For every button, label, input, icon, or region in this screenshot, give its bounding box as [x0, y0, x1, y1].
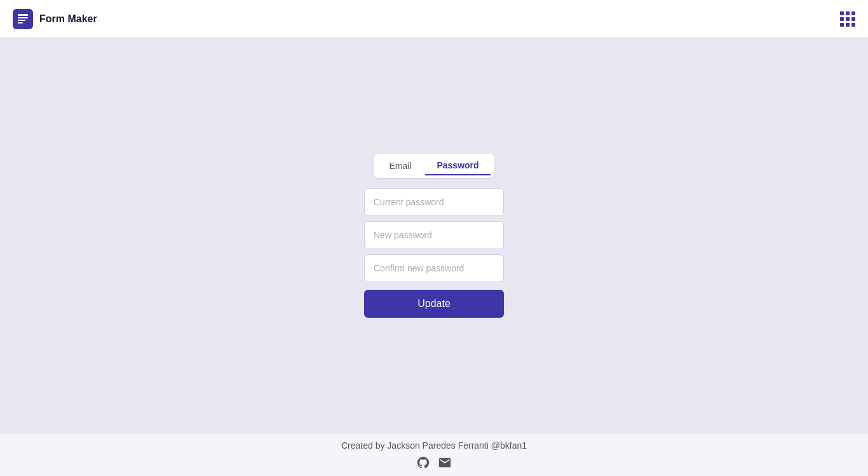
footer-social-icons: [416, 456, 452, 470]
tab-email[interactable]: Email: [377, 157, 423, 175]
grid-menu-icon[interactable]: [840, 11, 855, 27]
confirm-password-input[interactable]: [364, 254, 504, 282]
password-form: Update: [364, 188, 504, 318]
main-content: Email Password Update: [0, 38, 868, 433]
update-button[interactable]: Update: [364, 290, 504, 318]
tab-bar: Email Password: [374, 154, 494, 178]
email-link[interactable]: [438, 456, 452, 470]
svg-rect-2: [18, 20, 25, 21]
footer-credit: Created by Jackson Paredes Ferranti @bkf…: [341, 440, 527, 451]
app-title: Form Maker: [39, 13, 97, 25]
page-footer: Created by Jackson Paredes Ferranti @bkf…: [0, 433, 868, 476]
svg-rect-1: [18, 17, 28, 18]
app-header: Form Maker: [0, 0, 868, 38]
form-container: Email Password Update: [364, 154, 504, 318]
svg-rect-0: [18, 14, 28, 16]
tab-password[interactable]: Password: [425, 156, 490, 175]
logo-icon: [13, 9, 33, 29]
current-password-input[interactable]: [364, 188, 504, 216]
svg-rect-3: [18, 22, 23, 24]
github-link[interactable]: [416, 456, 430, 470]
logo-container: Form Maker: [13, 9, 97, 29]
new-password-input[interactable]: [364, 221, 504, 249]
